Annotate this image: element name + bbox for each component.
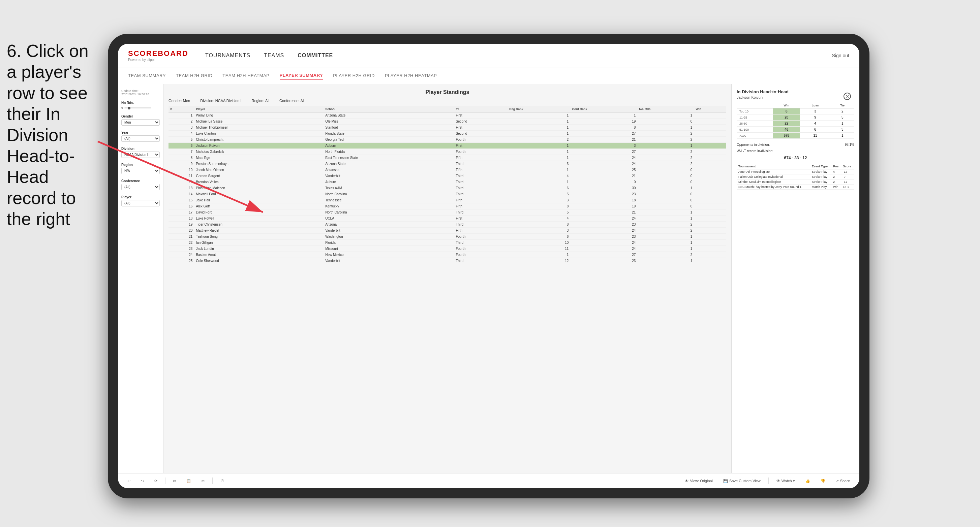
sidebar-conference: Conference (All) (121, 179, 160, 190)
table-row[interactable]: 10 Jacob Mou Olesen Arkansas Fifth 1 25 … (169, 167, 726, 173)
cell-player: Cole Sherwood (194, 258, 323, 264)
cell-num: 8 (169, 155, 194, 161)
col-conf-rank: Conf Rank (570, 106, 637, 113)
h2h-loss: 9 (800, 114, 831, 121)
table-row[interactable]: 23 Jack Lundin Missouri Fourth 11 24 1 (169, 246, 726, 252)
table-row[interactable]: 18 Luke Powell UCLA First 4 24 1 (169, 216, 726, 222)
table-row[interactable]: 1 Wenyi Ding Arizona State First 1 1 1 (169, 113, 726, 119)
undo2-btn[interactable]: ↪ (138, 478, 146, 484)
cell-num: 11 (169, 173, 194, 179)
table-row[interactable]: 22 Ian Gilligan Florida Third 10 24 1 (169, 240, 726, 246)
cell-reg: 1 (508, 125, 570, 131)
cell-yr: Third (454, 191, 508, 197)
h2h-win: 20 (773, 114, 800, 121)
h2h-close-button[interactable]: ✕ (843, 93, 851, 100)
cut-btn[interactable]: ✂ (199, 478, 207, 484)
redo-btn[interactable]: ⟳ (152, 478, 160, 484)
year-select[interactable]: (All) (121, 135, 160, 142)
update-time: Update time: 27/01/2024 16:56:26 (121, 89, 160, 96)
nav-teams[interactable]: TEAMS (264, 51, 284, 60)
cell-conf: 19 (570, 119, 637, 125)
player-select[interactable]: (All) (121, 200, 160, 206)
col-yr: Yr (454, 106, 508, 113)
logo-area: SCOREBOARD Powered by clippi (128, 49, 188, 62)
save-custom-btn[interactable]: 💾 Save Custom View (721, 478, 763, 484)
t-score: 18-1 (841, 184, 854, 190)
clock-btn[interactable]: ⏱ (218, 478, 227, 484)
table-row[interactable]: 16 Alex Goff Kentucky Fifth 8 19 0 (169, 203, 726, 210)
sidebar-year: Year (All) (121, 131, 160, 142)
sub-nav-player-h2h-heatmap[interactable]: PLAYER H2H HEATMAP (385, 71, 437, 80)
table-row[interactable]: 24 Bastien Amat New Mexico Fourth 1 27 2 (169, 252, 726, 258)
gender-select[interactable]: Men (121, 119, 160, 125)
table-row[interactable]: 20 Matthew Riedel Vanderbilt Fifth 3 24 … (169, 228, 726, 234)
cell-school: Vanderbilt (323, 258, 454, 264)
table-row[interactable]: 13 Phichaksn Maichon Texas A&M Third 6 3… (169, 185, 726, 191)
sub-nav-team-h2h-grid[interactable]: TEAM H2H GRID (176, 71, 212, 80)
sub-nav-team-h2h-heatmap[interactable]: TEAM H2H HEATMAP (223, 71, 269, 80)
cell-num: 20 (169, 228, 194, 234)
cell-win (694, 258, 726, 264)
paste-btn[interactable]: 📋 (184, 478, 194, 484)
cell-player: Jackson Koivun (194, 143, 323, 149)
cell-school: Florida (323, 240, 454, 246)
copy-btn[interactable]: ⧉ (170, 478, 178, 484)
h2h-rank: >100 (737, 133, 773, 139)
table-row[interactable]: 19 Tiger Christensen Arizona Third 8 23 … (169, 222, 726, 228)
table-row[interactable]: 9 Preston Summerhays Arizona State Third… (169, 161, 726, 167)
watch-btn[interactable]: 👁 Watch ▾ (774, 478, 798, 484)
view-original-btn[interactable]: 👁 View: Original (682, 478, 716, 484)
nav-tournaments[interactable]: TOURNAMENTS (205, 51, 250, 60)
cell-school: North Florida (323, 149, 454, 155)
table-row[interactable]: 14 Maxwell Ford North Carolina Third 5 2… (169, 191, 726, 197)
cell-player: Mats Ege (194, 155, 323, 161)
sub-nav-player-h2h-grid[interactable]: PLAYER H2H GRID (333, 71, 375, 80)
table-row[interactable]: 17 David Ford North Carolina Third 5 21 … (169, 210, 726, 216)
cell-school: Kentucky (323, 203, 454, 210)
region-select[interactable]: N/A (121, 168, 160, 174)
table-row[interactable]: 8 Mats Ege East Tennessee State Fifth 1 … (169, 155, 726, 161)
table-row[interactable]: 12 Brendan Valles Auburn Third 1 0 0 (169, 179, 726, 185)
thumbs-down-btn[interactable]: 👎 (818, 478, 828, 484)
sub-nav-player-summary[interactable]: PLAYER SUMMARY (280, 71, 323, 80)
table-row[interactable]: 11 Gordon Sargent Vanderbilt Third 4 21 … (169, 173, 726, 179)
cell-school: Auburn (323, 179, 454, 185)
share-btn[interactable]: ↗ Share (833, 478, 853, 484)
thumbs-up-btn[interactable]: 👍 (803, 478, 813, 484)
cell-yr: First (454, 143, 508, 149)
cell-num: 2 (169, 119, 194, 125)
table-row[interactable]: 3 Michael Thorbjornsen Stanford First 1 … (169, 125, 726, 131)
cell-conf: 3 (570, 143, 637, 149)
table-row[interactable]: 6 Jackson Koivun Auburn First 1 3 1 (169, 143, 726, 149)
table-row[interactable]: 7 Nicholas Gabrelcik North Florida Fourt… (169, 149, 726, 155)
division-select[interactable]: NCAA Division I (121, 152, 160, 158)
cell-conf: 27 (570, 149, 637, 155)
sign-out-link[interactable]: Sign out (832, 53, 849, 58)
table-row[interactable]: 2 Michael La Sasse Ole Miss Second 1 19 … (169, 119, 726, 125)
table-row[interactable]: 5 Christo Lamprecht Georgia Tech Fourth … (169, 137, 726, 143)
cell-yr: First (454, 125, 508, 131)
sub-nav-team-summary[interactable]: TEAM SUMMARY (128, 71, 166, 80)
cell-num: 13 (169, 185, 194, 191)
cell-yr: Second (454, 131, 508, 137)
t-name: Amer Ari Intercollegiate (737, 169, 810, 175)
cell-num: 15 (169, 197, 194, 203)
opponents-row: Opponents in division: 98.1% (737, 143, 854, 146)
cell-yr: Fourth (454, 252, 508, 258)
cell-reg: 3 (508, 197, 570, 203)
conference-select[interactable]: (All) (121, 184, 160, 190)
nav-committee[interactable]: COMMITTEE (298, 51, 333, 60)
cell-reg: 8 (508, 203, 570, 210)
h2h-row: 11-25 20 9 5 (737, 114, 854, 121)
tournament-row: Mirabel Maui Jim Intercollegiate Stroke … (737, 179, 854, 184)
table-row[interactable]: 4 Luke Clanton Florida State Second 1 27… (169, 131, 726, 137)
table-row[interactable]: 15 Jake Hall Tennessee Fifth 3 18 0 (169, 197, 726, 203)
instruction-text: 6. Click on a player's row to see their … (0, 40, 105, 230)
cell-rds: 2 (637, 131, 694, 137)
t-pos: Win (831, 184, 841, 190)
table-row[interactable]: 25 Cole Sherwood Vanderbilt Third 12 23 … (169, 258, 726, 264)
col-player: Player (194, 106, 323, 113)
undo-btn[interactable]: ↩ (125, 478, 133, 484)
rds-slider[interactable] (124, 108, 151, 108)
table-row[interactable]: 21 Taehoon Song Washington Fourth 6 23 1 (169, 234, 726, 240)
